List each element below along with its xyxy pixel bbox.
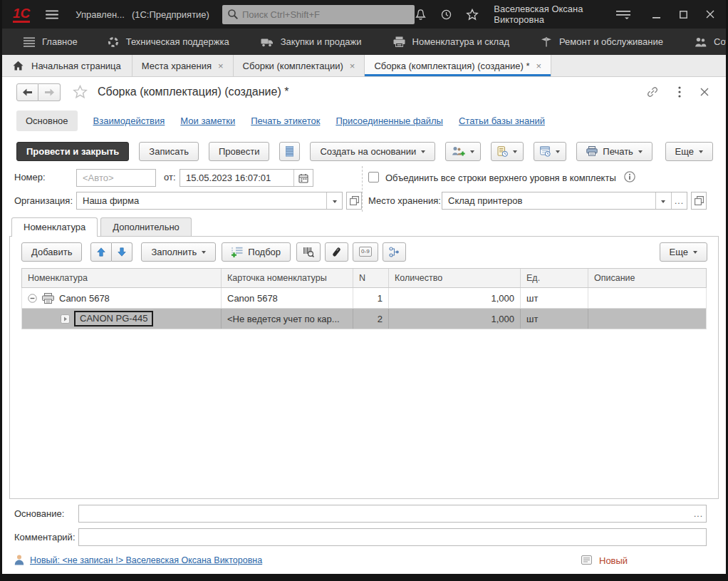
tab-close-icon[interactable]: × (350, 61, 355, 71)
forward-button[interactable] (38, 83, 61, 101)
favorites-icon[interactable] (466, 9, 479, 21)
get-link-icon[interactable] (646, 86, 659, 98)
window-border-bottom (0, 574, 728, 581)
tab-assembly-new[interactable]: Сборка (комплектация) (создание) * × (365, 55, 551, 76)
basis-input[interactable] (79, 505, 691, 522)
organization-dropdown-button[interactable] (326, 192, 342, 209)
menu-section-main[interactable]: Главное (24, 36, 78, 47)
comment-field[interactable] (78, 528, 707, 546)
basis-field[interactable]: ... (78, 505, 707, 523)
menu-section-support[interactable]: Техническая поддержка (108, 36, 229, 48)
nav-main[interactable]: Основное (16, 110, 78, 131)
col-nomenclature[interactable]: Номенклатура (22, 269, 222, 287)
post-button[interactable]: Провести (209, 142, 270, 161)
search-input[interactable] (242, 9, 410, 20)
table-header: Номенклатура Карточка номенклатуры N Кол… (21, 268, 707, 288)
comment-input[interactable] (79, 529, 706, 545)
tab-additional[interactable]: Дополнительно (100, 217, 192, 236)
info-icon[interactable] (624, 171, 635, 182)
create-based-on-button[interactable]: Создать на основании (310, 142, 435, 161)
reminder-button[interactable] (491, 142, 524, 161)
fill-button[interactable]: Заполнить (141, 242, 216, 262)
col-description[interactable]: Описание (588, 269, 706, 287)
menu-section-staff[interactable]: Сотруд (695, 36, 728, 47)
notifications-icon[interactable] (415, 9, 427, 21)
print-button[interactable]: Печать (576, 142, 652, 161)
post-and-close-button[interactable]: Провести и закрыть (16, 142, 129, 161)
nomenclature-panel: Добавить Заполнить (9, 236, 719, 499)
menu-section-nomenclature[interactable]: Номенклатура и склад (393, 36, 509, 47)
tab-home[interactable]: Начальная страница (2, 55, 132, 76)
collapse-icon[interactable] (28, 294, 37, 303)
maximize-button[interactable] (680, 11, 687, 19)
main-menu-icon[interactable] (46, 10, 58, 19)
favorite-star-icon[interactable] (73, 85, 88, 99)
storage-open-button[interactable] (691, 192, 707, 210)
calendar-button[interactable] (293, 170, 313, 186)
nav-my-notes[interactable]: Мои заметки (180, 115, 235, 126)
minimize-button[interactable] (652, 11, 661, 19)
col-quantity[interactable]: Количество (389, 269, 521, 287)
add-row-button[interactable]: Добавить (21, 242, 82, 262)
close-button[interactable] (706, 10, 714, 19)
task-button[interactable] (534, 142, 566, 161)
cell-nomenclature-focused[interactable]: CANON PG-445 (74, 311, 153, 327)
nav-interactions[interactable]: Взаимодействия (93, 115, 165, 126)
global-search[interactable] (222, 5, 415, 24)
hierarchy-button[interactable] (383, 242, 406, 262)
ellipsis-icon: ... (691, 509, 706, 519)
register-records-icon (286, 146, 293, 157)
nav-kb-articles[interactable]: Статьи базы знаний (459, 115, 545, 126)
tab-nomenclature[interactable]: Номенклатура (11, 217, 98, 237)
save-button[interactable]: Записать (139, 142, 199, 161)
tab-close-icon[interactable]: × (536, 61, 542, 71)
add-contact-button[interactable] (445, 142, 481, 161)
table-row-selected[interactable]: CANON PG-445 <Не ведется учет по кар... … (21, 309, 707, 329)
service-menu-icon[interactable] (616, 10, 630, 19)
storage-input[interactable] (442, 192, 655, 209)
chevron-down-icon (421, 150, 425, 153)
storage-field[interactable]: ... (442, 192, 687, 210)
status-link[interactable]: Новый: <не записан !> Васелевская Оксана… (30, 555, 262, 565)
register-records-button[interactable] (279, 142, 300, 161)
storage-dropdown-button[interactable] (655, 192, 671, 209)
nav-label-printing[interactable]: Печать этикеток (251, 115, 320, 126)
digits-button[interactable]: 0-9 (353, 242, 378, 262)
pick-button[interactable]: Подбор (222, 242, 291, 262)
tab-close-icon[interactable]: × (218, 61, 224, 71)
tab-assemblies[interactable]: Сборки (комплектации) × (234, 55, 365, 76)
close-form-icon[interactable] (700, 88, 709, 96)
col-n[interactable]: N (353, 269, 389, 287)
tab-storage-places[interactable]: Места хранения × (132, 55, 234, 76)
user-name[interactable]: Васелевская Оксана Викторовна (494, 4, 601, 25)
number-field[interactable] (76, 169, 156, 187)
row-marker-icon[interactable] (61, 314, 70, 324)
merge-checkbox[interactable] (368, 172, 379, 182)
basis-list-button[interactable]: ... (691, 505, 706, 522)
date-field[interactable] (180, 169, 313, 187)
nav-attached-files[interactable]: Присоединенные файлы (336, 115, 443, 126)
col-unit[interactable]: Ед. (521, 269, 588, 287)
scanner-button[interactable] (325, 242, 348, 262)
chevron-down-icon (333, 200, 337, 203)
people-icon (695, 37, 707, 47)
col-card[interactable]: Карточка номенклатуры (222, 269, 353, 287)
storage-list-button[interactable]: ... (671, 192, 687, 209)
menu-section-purchases[interactable]: Закупки и продажи (261, 36, 362, 47)
more-button[interactable]: Еще (665, 142, 713, 161)
move-up-button[interactable] (90, 242, 112, 262)
move-down-button[interactable] (112, 242, 132, 262)
date-input[interactable] (180, 170, 293, 186)
table-more-button[interactable]: Еще (660, 242, 707, 262)
menu-section-repair[interactable]: Ремонт и обслуживание (541, 36, 663, 47)
history-icon[interactable] (440, 9, 452, 21)
more-menu-icon[interactable] (678, 86, 681, 98)
organization-open-button[interactable] (346, 192, 362, 210)
cell-card: <Не ведется учет по кар... (222, 309, 353, 329)
organization-input[interactable] (77, 192, 326, 209)
number-input[interactable] (77, 170, 155, 186)
organization-field[interactable] (76, 192, 343, 210)
table-row[interactable]: Canon 5678 Canon 5678 1 1,000 шт (21, 288, 707, 309)
back-button[interactable] (16, 83, 38, 101)
barcode-button[interactable] (296, 242, 321, 262)
